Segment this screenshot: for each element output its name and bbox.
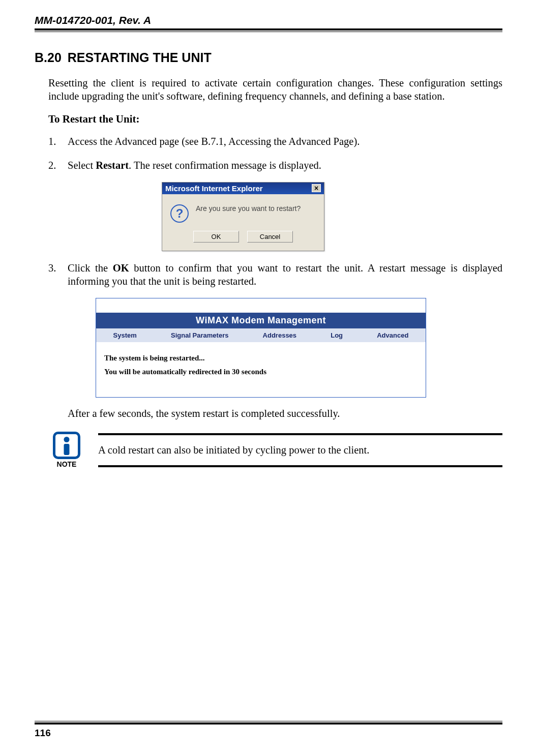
- step-2-bold: Restart: [96, 160, 129, 171]
- dialog-body: Are you sure you want to restart?: [162, 194, 324, 229]
- step-2-pre: Select: [68, 160, 96, 171]
- header-rule-thick: [35, 28, 502, 31]
- close-icon[interactable]: ×: [312, 184, 321, 192]
- info-icon-dot: [64, 437, 70, 442]
- step-3: Click the OK button to confirm that you …: [48, 261, 502, 288]
- mgmt-line-2: You will be automatically redirected in …: [104, 365, 417, 379]
- mgmt-body: The system is being restarted... You wil…: [96, 342, 426, 397]
- dialog-titlebar: Microsoft Internet Explorer ×: [162, 183, 324, 194]
- procedure-list-cont: Click the OK button to confirm that you …: [48, 261, 502, 288]
- management-window: WiMAX Modem Management System Signal Par…: [96, 298, 426, 398]
- intro-paragraph: Resetting the client is required to acti…: [48, 76, 502, 103]
- tab-addresses[interactable]: Addresses: [263, 331, 296, 339]
- procedure-subheading: To Restart the Unit:: [48, 113, 502, 126]
- dialog-message: Are you sure you want to restart?: [196, 204, 301, 213]
- header-rule-thin: [35, 32, 502, 32]
- note-content: A cold restart can also be initiated by …: [98, 433, 502, 467]
- footer-rule-thick: [35, 722, 502, 724]
- footer-rule-thin: [35, 721, 502, 721]
- page-number: 116: [35, 728, 502, 739]
- info-icon-stem: [64, 444, 70, 455]
- tab-system[interactable]: System: [113, 331, 137, 339]
- tab-advanced[interactable]: Advanced: [377, 331, 408, 339]
- step-3-post: button to confirm that you want to resta…: [68, 262, 502, 287]
- section-heading: B.20 RESTARTING THE UNIT: [35, 50, 502, 65]
- section-number: B.20: [35, 50, 62, 65]
- dialog-button-row: OK Cancel: [162, 229, 324, 251]
- mgmt-line-1: The system is being restarted...: [104, 351, 417, 365]
- procedure-list: Access the Advanced page (see B.7.1, Acc…: [48, 135, 502, 171]
- dialog-title-text: Microsoft Internet Explorer: [165, 184, 263, 193]
- mgmt-top-gap: [96, 298, 426, 313]
- tab-signal-parameters[interactable]: Signal Parameters: [171, 331, 228, 339]
- mgmt-nav: System Signal Parameters Addresses Log A…: [96, 328, 426, 342]
- note-icon-column: NOTE: [48, 432, 85, 468]
- cancel-button[interactable]: Cancel: [247, 231, 293, 243]
- page-footer: 116: [35, 721, 502, 739]
- tab-log[interactable]: Log: [331, 331, 343, 339]
- step-1-text: Access the Advanced page (see B.7.1, Acc…: [68, 136, 360, 147]
- page-header: MM-014720-001, Rev. A: [35, 0, 502, 32]
- step-2-post: . The reset confirmation message is disp…: [129, 160, 321, 171]
- step-3-bold: OK: [113, 262, 129, 274]
- after-restart-text: After a few seconds, the system restart …: [68, 408, 502, 419]
- note-label: NOTE: [48, 460, 85, 468]
- question-icon: [170, 204, 189, 223]
- document-id: MM-014720-001, Rev. A: [35, 14, 502, 26]
- confirm-dialog: Microsoft Internet Explorer × Are you su…: [162, 182, 324, 251]
- note-block: NOTE A cold restart can also be initiate…: [48, 432, 502, 468]
- note-rule-bottom: [98, 465, 502, 467]
- note-text: A cold restart can also be initiated by …: [98, 435, 502, 465]
- step-1: Access the Advanced page (see B.7.1, Acc…: [48, 135, 502, 148]
- step-2: Select Restart. The reset confirmation m…: [48, 159, 502, 172]
- mgmt-title-bar: WiMAX Modem Management: [96, 313, 426, 328]
- section-title: RESTARTING THE UNIT: [68, 50, 212, 65]
- info-icon: [53, 432, 80, 459]
- ok-button[interactable]: OK: [193, 231, 239, 243]
- step-3-pre: Click the: [68, 262, 113, 274]
